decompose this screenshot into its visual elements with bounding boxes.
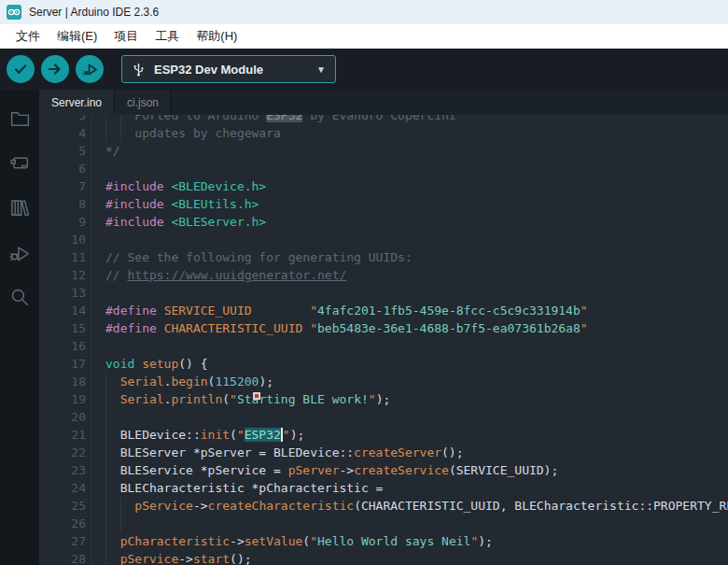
code-line[interactable]: 7#include <BLEDevice.h> — [39, 177, 728, 195]
code-text: Serial.println("Starting BLE work!"); — [91, 390, 390, 408]
code-editor[interactable]: 3 Ported to Arduino ESP32 by Evandro Cop… — [39, 115, 728, 565]
check-icon — [12, 61, 29, 78]
code-text — [91, 337, 105, 355]
line-number[interactable]: 12 — [39, 266, 91, 284]
main-area: Server.ino ci.json 3 Ported to Arduino E… — [39, 90, 728, 565]
code-text — [91, 231, 105, 248]
line-number[interactable]: 18 — [39, 373, 91, 390]
board-selector[interactable]: ESP32 Dev Module ▼ — [121, 55, 336, 83]
line-number[interactable]: 27 — [39, 532, 91, 550]
code-text: */ — [91, 142, 120, 160]
menu-item-sketch[interactable]: 项目 — [105, 25, 147, 48]
code-line[interactable]: 18 Serial.begin(115200); — [39, 373, 728, 390]
circuit-board-icon — [8, 151, 32, 175]
upload-button[interactable] — [41, 55, 69, 83]
debug-button[interactable] — [76, 55, 104, 83]
code-line[interactable]: 10 — [39, 231, 728, 248]
line-number[interactable]: 11 — [39, 248, 91, 266]
line-number[interactable]: 24 — [39, 479, 91, 497]
line-number[interactable]: 13 — [39, 284, 91, 302]
code-line[interactable]: 3 Ported to Arduino ESP32 by Evandro Cop… — [39, 115, 728, 124]
code-line[interactable]: 25 pService->createCharacteristic(CHARAC… — [39, 497, 728, 515]
line-number[interactable]: 19 — [39, 390, 91, 408]
tab-server-ino[interactable]: Server.ino — [39, 90, 115, 115]
code-text — [91, 160, 105, 177]
line-number[interactable]: 26 — [39, 515, 91, 532]
code-line[interactable]: 21 BLEDevice::init("ESP32"); — [39, 426, 728, 444]
line-number[interactable]: 6 — [39, 160, 91, 177]
line-number[interactable]: 20 — [39, 408, 91, 426]
tab-label: Server.ino — [51, 96, 102, 109]
menu-bar: 文件 编辑(E) 项目 工具 帮助(H) — [0, 24, 728, 49]
code-line[interactable]: 9#include <BLEServer.h> — [39, 213, 728, 231]
code-line[interactable]: 17void setup() { — [39, 355, 728, 373]
line-number[interactable]: 17 — [39, 355, 91, 373]
code-line[interactable]: 13 — [39, 284, 728, 302]
code-line[interactable]: 14#define SERVICE_UUID "4fafc201-1fb5-45… — [39, 302, 728, 319]
sidebar-item-explorer[interactable] — [0, 95, 39, 140]
sidebar-item-library-manager[interactable] — [0, 185, 39, 230]
code-text: BLEService *pService = pServer->createSe… — [91, 461, 558, 479]
line-number[interactable]: 28 — [39, 550, 91, 565]
line-number[interactable]: 22 — [39, 444, 91, 461]
code-line[interactable]: 28 pService->start(); — [39, 550, 728, 565]
line-number[interactable]: 21 — [39, 426, 91, 444]
red-marker — [253, 392, 260, 400]
code-line[interactable]: 16 — [39, 337, 728, 355]
code-text: // https://www.uuidgenerator.net/ — [91, 266, 346, 284]
line-number[interactable]: 23 — [39, 461, 91, 479]
tab-bar: Server.ino ci.json — [39, 90, 728, 115]
sidebar-item-debug[interactable] — [0, 230, 39, 275]
line-number[interactable]: 3 — [39, 115, 91, 124]
code-text — [91, 408, 105, 426]
code-line[interactable]: 4 updates by chegewara — [39, 124, 728, 142]
code-line[interactable]: 27 pCharacteristic->setValue("Hello Worl… — [39, 532, 728, 550]
code-text: #define SERVICE_UUID "4fafc201-1fb5-459e… — [91, 302, 588, 319]
line-number[interactable]: 9 — [39, 213, 91, 231]
menu-item-help[interactable]: 帮助(H) — [188, 25, 245, 48]
code-line[interactable]: 15#define CHARACTERISTIC_UUID "beb5483e-… — [39, 319, 728, 337]
line-number[interactable]: 5 — [39, 142, 91, 160]
search-icon — [7, 285, 32, 309]
code-line[interactable]: 6 — [39, 160, 728, 177]
code-line[interactable]: 19 Serial.println("Starting BLE work!"); — [39, 390, 728, 408]
line-number[interactable]: 7 — [39, 177, 91, 195]
line-number[interactable]: 15 — [39, 319, 91, 337]
code-line[interactable]: 20 — [39, 408, 728, 426]
code-line[interactable]: 24 BLECharacteristic *pCharacteristic = — [39, 479, 728, 497]
indent-guide — [105, 115, 106, 142]
line-number[interactable]: 16 — [39, 337, 91, 355]
code-line[interactable]: 23 BLEService *pService = pServer->creat… — [39, 461, 728, 479]
line-number[interactable]: 14 — [39, 302, 91, 319]
line-number[interactable]: 4 — [39, 124, 91, 142]
activity-sidebar — [0, 90, 39, 565]
code-line[interactable]: 22 BLEServer *pServer = BLEDevice::creat… — [39, 444, 728, 461]
code-line[interactable]: 8#include <BLEUtils.h> — [39, 195, 728, 213]
sidebar-item-boards-manager[interactable] — [0, 140, 39, 185]
line-number[interactable]: 8 — [39, 195, 91, 213]
tab-ci-json[interactable]: ci.json — [115, 90, 172, 115]
code-text: BLEServer *pServer = BLEDevice::createSe… — [91, 444, 464, 461]
bug-play-icon — [7, 240, 32, 264]
code-text: pService->createCharacteristic(CHARACTER… — [91, 497, 728, 515]
sidebar-item-search[interactable] — [0, 275, 39, 319]
code-text: #include <BLEDevice.h> — [91, 177, 266, 195]
line-number[interactable]: 25 — [39, 497, 91, 515]
code-line[interactable]: 11// See the following for generating UU… — [39, 248, 728, 266]
verify-button[interactable] — [7, 55, 35, 83]
indent-guide — [120, 115, 121, 142]
code-text: pCharacteristic->setValue("Hello World s… — [91, 532, 493, 550]
menu-item-edit[interactable]: 编辑(E) — [49, 25, 105, 48]
books-icon — [7, 195, 32, 219]
code-line[interactable]: 12// https://www.uuidgenerator.net/ — [39, 266, 728, 284]
line-number[interactable]: 10 — [39, 231, 91, 248]
gutter-border — [91, 115, 91, 565]
menu-item-tools[interactable]: 工具 — [147, 25, 188, 48]
code-text: updates by chegewara — [91, 124, 281, 142]
chevron-down-icon: ▼ — [316, 64, 326, 75]
code-line[interactable]: 5*/ — [39, 142, 728, 160]
code-text: // See the following for generating UUID… — [91, 248, 413, 266]
code-text: #include <BLEServer.h> — [91, 213, 266, 231]
menu-item-file[interactable]: 文件 — [7, 25, 49, 48]
code-line[interactable]: 26 — [39, 515, 728, 532]
